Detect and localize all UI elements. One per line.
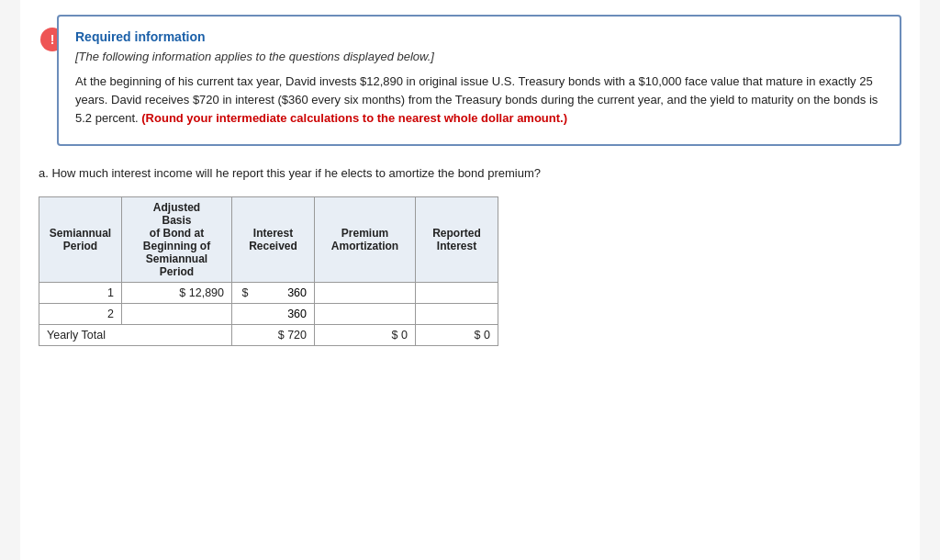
yearly-total-premium: $ 0	[315, 325, 416, 346]
row2-interest-input[interactable]	[252, 308, 307, 320]
row2-basis[interactable]	[122, 304, 232, 325]
row2-interest[interactable]	[232, 304, 315, 325]
info-highlight: (Round your intermediate calculations to…	[141, 111, 567, 125]
row1-interest[interactable]: $	[232, 283, 315, 304]
header-period: Semiannual Period	[39, 197, 122, 283]
row1-reported-input[interactable]	[435, 286, 490, 299]
data-table: Semiannual Period Adjusted Basis of Bond…	[39, 196, 498, 346]
yearly-total-reported: $ 0	[416, 325, 498, 346]
question-label: a. How much interest income will he repo…	[39, 166, 901, 180]
row2-period: 2	[39, 304, 122, 325]
row1-interest-input[interactable]	[252, 286, 307, 299]
row2-premium[interactable]	[315, 304, 416, 325]
info-body: At the beginning of his current tax year…	[75, 73, 883, 128]
yearly-total-interest: $ 720	[232, 325, 315, 346]
row1-period: 1	[39, 283, 122, 304]
info-box: Required information [The following info…	[57, 15, 901, 146]
row1-premium-input[interactable]	[343, 286, 408, 299]
header-reported-interest: Reported Interest	[416, 197, 498, 283]
info-subtitle: [The following information applies to th…	[75, 50, 883, 63]
row2-reported-input[interactable]	[435, 308, 490, 320]
row1-reported[interactable]	[416, 283, 498, 304]
table-row: 2	[39, 304, 498, 325]
yearly-total-row: Yearly Total $ 720 $ 0 $ 0	[39, 325, 498, 346]
row1-premium[interactable]	[315, 283, 416, 304]
info-title: Required information	[75, 29, 883, 44]
row1-basis: $ 12,890	[122, 283, 232, 304]
yearly-total-label: Yearly Total	[39, 325, 232, 346]
header-basis: Adjusted Basis of Bond at Beginning of S…	[122, 197, 232, 283]
row2-reported[interactable]	[416, 304, 498, 325]
table-row: 1 $ 12,890 $	[39, 283, 498, 304]
row2-basis-input[interactable]	[151, 308, 224, 320]
header-premium-amortization: Premium Amortization	[315, 197, 416, 283]
page-wrapper: ! Required information [The following in…	[20, 0, 920, 560]
header-interest-received: Interest Received	[232, 197, 315, 283]
row2-premium-input[interactable]	[343, 308, 408, 320]
